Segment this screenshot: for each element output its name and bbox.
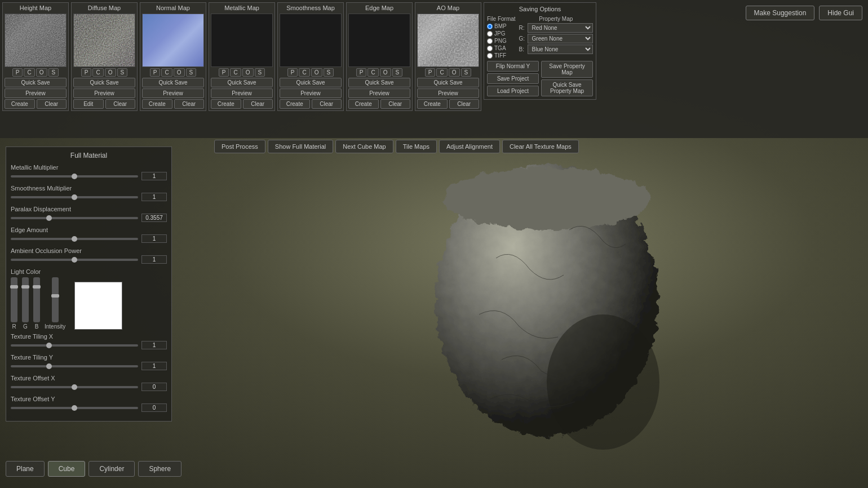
color-b-track[interactable] — [33, 277, 40, 322]
smoothness-multiplier-track[interactable] — [11, 196, 138, 198]
metallic-map-o-btn[interactable]: O — [242, 68, 254, 77]
format-tiff-row[interactable]: TIFF — [487, 52, 516, 59]
diffuse-map-quick-save[interactable]: Quick Save — [73, 78, 135, 87]
height-map-clear-btn[interactable]: Clear — [37, 99, 67, 109]
smoothness-map-preview[interactable]: Preview — [280, 88, 342, 98]
diffuse-map-p-btn[interactable]: P — [81, 68, 92, 77]
smoothness-map-clear-btn[interactable]: Clear — [312, 99, 342, 109]
format-jpg-radio[interactable] — [487, 31, 493, 37]
height-map-create-btn[interactable]: Create — [5, 99, 35, 109]
plane-btn[interactable]: Plane — [6, 461, 45, 477]
format-tga-radio[interactable] — [487, 46, 493, 51]
edge-amount-thumb[interactable] — [72, 236, 77, 242]
format-bmp-radio[interactable] — [487, 24, 493, 29]
normal-map-s-btn[interactable]: S — [186, 68, 197, 77]
edge-map-create-btn[interactable]: Create — [348, 99, 379, 109]
height-map-c-btn[interactable]: C — [24, 68, 34, 77]
format-tga-row[interactable]: TGA — [487, 45, 516, 51]
ao-map-c-btn[interactable]: C — [436, 68, 447, 77]
normal-map-p-btn[interactable]: P — [150, 68, 161, 77]
diffuse-map-clear-btn[interactable]: Clear — [105, 99, 136, 109]
texture-tiling-y-track[interactable] — [11, 365, 138, 367]
height-map-p-btn[interactable]: P — [12, 68, 23, 77]
normal-map-preview[interactable]: Preview — [142, 88, 204, 98]
height-map-o-btn[interactable]: O — [36, 68, 47, 77]
edge-map-preview[interactable]: Preview — [348, 88, 410, 98]
post-process-btn[interactable]: Post Process — [214, 140, 265, 153]
ao-map-o-btn[interactable]: O — [449, 68, 460, 77]
ao-map-quick-save[interactable]: Quick Save — [417, 78, 479, 87]
height-map-preview[interactable]: Preview — [5, 88, 67, 98]
texture-offset-x-input[interactable] — [141, 383, 167, 391]
paralax-displacement-track[interactable] — [11, 217, 138, 219]
diffuse-map-c-btn[interactable]: C — [92, 68, 103, 77]
texture-offset-y-track[interactable] — [11, 407, 138, 409]
ao-map-clear-btn[interactable]: Clear — [449, 99, 480, 109]
color-r-handle[interactable] — [10, 285, 18, 289]
paralax-displacement-thumb[interactable] — [46, 215, 52, 221]
intensity-track[interactable] — [52, 277, 59, 322]
color-b-handle[interactable] — [33, 285, 41, 289]
color-g-track[interactable] — [22, 277, 29, 322]
show-full-material-btn[interactable]: Show Full Material — [268, 140, 333, 153]
smoothness-map-quick-save[interactable]: Quick Save — [280, 78, 342, 87]
ao-map-s-btn[interactable]: S — [461, 68, 472, 77]
normal-map-o-btn[interactable]: O — [174, 68, 185, 77]
smoothness-map-p-btn[interactable]: P — [287, 68, 298, 77]
texture-tiling-y-input[interactable] — [141, 362, 167, 370]
diffuse-map-preview[interactable]: Preview — [73, 88, 135, 98]
cylinder-btn[interactable]: Cylinder — [88, 461, 135, 477]
edge-map-o-btn[interactable]: O — [380, 68, 391, 77]
metallic-map-clear-btn[interactable]: Clear — [243, 99, 273, 109]
smoothness-map-s-btn[interactable]: S — [324, 68, 334, 77]
tile-maps-btn[interactable]: Tile Maps — [396, 140, 437, 153]
metallic-multiplier-input[interactable] — [141, 172, 167, 180]
sphere-btn[interactable]: Sphere — [138, 461, 181, 477]
metallic-multiplier-track[interactable] — [11, 175, 138, 178]
ao-map-p-btn[interactable]: P — [425, 68, 436, 77]
flip-normal-y-btn[interactable]: Flip Normal Y — [487, 61, 539, 72]
format-png-radio[interactable] — [487, 38, 493, 44]
height-map-quick-save[interactable]: Quick Save — [5, 78, 67, 87]
diffuse-map-edit-btn[interactable]: Edit — [73, 99, 104, 109]
texture-offset-y-thumb[interactable] — [72, 405, 77, 411]
height-map-s-btn[interactable]: S — [48, 68, 59, 77]
smoothness-multiplier-thumb[interactable] — [72, 194, 77, 200]
make-suggestion-btn[interactable]: Make Suggestion — [746, 6, 815, 20]
format-tiff-radio[interactable] — [487, 53, 493, 59]
quick-save-property-map-btn[interactable]: Quick Save Property Map — [541, 79, 593, 96]
save-project-btn[interactable]: Save Project — [487, 73, 539, 84]
metallic-map-p-btn[interactable]: P — [219, 68, 229, 77]
texture-tiling-y-thumb[interactable] — [46, 363, 52, 369]
color-g-handle[interactable] — [21, 285, 29, 289]
3d-viewport[interactable] — [271, 141, 823, 460]
texture-tiling-x-track[interactable] — [11, 344, 138, 347]
edge-map-c-btn[interactable]: C — [367, 68, 378, 77]
edge-amount-track[interactable] — [11, 238, 138, 240]
ao-power-track[interactable] — [11, 259, 138, 261]
texture-offset-x-track[interactable] — [11, 386, 138, 388]
normal-map-c-btn[interactable]: C — [161, 68, 172, 77]
diffuse-map-s-btn[interactable]: S — [117, 68, 128, 77]
diffuse-map-o-btn[interactable]: O — [105, 68, 116, 77]
color-r-track[interactable] — [11, 277, 17, 322]
smoothness-map-create-btn[interactable]: Create — [280, 99, 310, 109]
normal-map-clear-btn[interactable]: Clear — [174, 99, 205, 109]
clear-all-texture-maps-btn[interactable]: Clear All Texture Maps — [502, 140, 579, 153]
metallic-map-s-btn[interactable]: S — [255, 68, 265, 77]
save-property-map-btn[interactable]: Save Property Map — [541, 61, 593, 78]
channel-r-select[interactable]: Red None — [528, 23, 593, 33]
smoothness-map-o-btn[interactable]: O — [311, 68, 322, 77]
smoothness-multiplier-input[interactable] — [141, 193, 167, 201]
texture-tiling-x-input[interactable] — [141, 341, 167, 349]
metallic-map-create-btn[interactable]: Create — [211, 99, 241, 109]
metallic-map-quick-save[interactable]: Quick Save — [211, 78, 273, 87]
ao-map-preview[interactable]: Preview — [417, 88, 479, 98]
texture-offset-x-thumb[interactable] — [72, 384, 77, 390]
edge-map-s-btn[interactable]: S — [392, 68, 403, 77]
ao-power-thumb[interactable] — [72, 257, 77, 263]
edge-map-p-btn[interactable]: P — [356, 68, 367, 77]
ao-map-create-btn[interactable]: Create — [417, 99, 448, 109]
normal-map-create-btn[interactable]: Create — [142, 99, 172, 109]
paralax-displacement-input[interactable] — [141, 214, 167, 222]
